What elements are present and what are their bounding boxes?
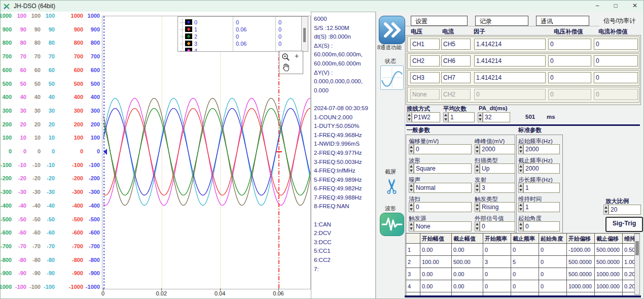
power-current-field[interactable]: CH7 xyxy=(441,72,471,83)
power-voltage-field[interactable]: CH3 xyxy=(410,72,440,83)
spin-up-icon[interactable] xyxy=(410,184,413,187)
sweep-data-cell[interactable]: 3 xyxy=(483,256,511,268)
sig-trig-button[interactable]: Sig-Trig xyxy=(605,217,643,232)
zoom-plus-label[interactable]: + xyxy=(295,52,299,60)
spin-up-icon[interactable] xyxy=(408,114,411,116)
spin-down-icon[interactable] xyxy=(519,189,522,191)
sweep-data-cell[interactable]: 0 xyxy=(511,268,539,280)
spin-down-icon[interactable] xyxy=(519,227,522,230)
plot-legend[interactable]: ◆000◆10.060◆200◆30.060◆4 xyxy=(177,16,308,52)
spin-arrows[interactable] xyxy=(409,144,414,154)
pa-dt-spinner-value[interactable]: 32 xyxy=(483,112,510,122)
legend-row[interactable]: ◆000 xyxy=(178,19,308,26)
spin-arrows[interactable] xyxy=(409,202,414,212)
power-factor-field[interactable]: 1.414214 xyxy=(474,55,546,67)
general-param-spinner[interactable]: 0 xyxy=(409,144,472,154)
general-param-spinner-value[interactable]: 0 xyxy=(414,202,472,212)
sweep-data-cell[interactable]: 0 xyxy=(539,280,567,292)
power-c_comp-field[interactable]: 0 xyxy=(594,55,638,67)
spin-up-icon[interactable] xyxy=(519,165,522,168)
pa-dt-spinner[interactable]: 32 xyxy=(478,112,510,122)
general-param-spinner-value[interactable]: Normal xyxy=(414,183,472,193)
spin-arrows[interactable] xyxy=(409,183,414,193)
spin-up-icon[interactable] xyxy=(476,223,479,225)
spin-down-icon[interactable] xyxy=(476,227,479,230)
spin-up-icon[interactable] xyxy=(444,114,447,116)
general-param-spinner[interactable]: Square xyxy=(409,163,472,174)
power-v_comp-field[interactable]: 0 xyxy=(548,55,591,67)
sweep-data-cell[interactable]: 500.0000 xyxy=(595,256,623,268)
spin-arrows[interactable] xyxy=(475,183,480,193)
sweep-scroll-thumb[interactable] xyxy=(635,241,639,255)
tab-1[interactable]: 设置 xyxy=(411,16,468,26)
general-param-spinner-value[interactable]: 0 xyxy=(414,144,472,154)
spin-up-icon[interactable] xyxy=(410,223,413,225)
spin-arrows[interactable] xyxy=(518,202,523,212)
sweep-data-cell[interactable]: 0 xyxy=(539,244,567,256)
sine-chart-icon[interactable] xyxy=(380,65,404,90)
legend-row[interactable]: ◆10.060 xyxy=(178,26,308,33)
standard-param-spinner[interactable]: 0 xyxy=(518,221,560,231)
sweep-data-cell[interactable]: 500.0000 xyxy=(567,256,595,268)
spin-down-icon[interactable] xyxy=(410,227,413,230)
spin-arrows[interactable] xyxy=(603,205,609,215)
legend-scroll-thumb[interactable] xyxy=(303,28,306,42)
zoom-scale-spinner-value[interactable]: 20 xyxy=(609,205,641,215)
sweep-data-cell[interactable]: 0.00 xyxy=(420,280,452,292)
spin-arrows[interactable] xyxy=(478,112,483,122)
power-factor-field[interactable]: 1.414214 xyxy=(474,39,546,50)
standard-param-spinner-value[interactable]: 2000 xyxy=(523,163,560,174)
spin-up-icon[interactable] xyxy=(410,165,413,168)
spin-down-icon[interactable] xyxy=(519,150,522,153)
power-factor-field[interactable]: 1.414214 xyxy=(474,72,546,83)
general-param-spinner-value[interactable]: Square xyxy=(414,163,472,174)
sweep-data-cell[interactable]: 1000.000 xyxy=(567,280,595,292)
standard-param-spinner-value[interactable]: 2000 xyxy=(523,144,560,154)
zoom-in-icon[interactable] xyxy=(281,52,291,62)
maximize-button[interactable]: □ xyxy=(608,1,623,11)
power-voltage-field[interactable]: CH1 xyxy=(410,39,440,50)
general-param-spinner-value[interactable]: 0 xyxy=(480,221,515,231)
spin-arrows[interactable] xyxy=(518,221,523,231)
spin-arrows[interactable] xyxy=(409,163,414,174)
spin-down-icon[interactable] xyxy=(604,211,607,213)
average-count-spinner[interactable]: 1 xyxy=(443,112,475,122)
tab-4[interactable]: 信号/功率计 xyxy=(599,16,644,26)
sweep-data-cell[interactable]: 0 xyxy=(539,268,567,280)
spin-up-icon[interactable] xyxy=(519,184,522,187)
spin-up-icon[interactable] xyxy=(519,204,522,206)
sweep-data-cell[interactable]: 0 xyxy=(539,256,567,268)
sweep-data-cell[interactable]: 0 xyxy=(483,280,511,292)
power-voltage-field[interactable]: CH2 xyxy=(410,55,440,67)
general-param-spinner-value[interactable]: Up xyxy=(480,163,515,174)
sweep-data-cell[interactable]: 500.0000 xyxy=(595,244,623,256)
spin-arrows[interactable] xyxy=(475,163,480,174)
spin-arrows[interactable] xyxy=(409,221,414,231)
sweep-data-cell[interactable]: 100.00 xyxy=(420,256,452,268)
spin-arrows[interactable] xyxy=(443,112,448,122)
spin-down-icon[interactable] xyxy=(444,118,447,121)
tab-2[interactable]: 记录 xyxy=(475,16,528,26)
general-param-spinner[interactable]: 0 xyxy=(475,221,515,231)
standard-param-spinner[interactable]: 2000 xyxy=(518,144,560,154)
spin-arrows[interactable] xyxy=(475,202,480,212)
general-param-spinner[interactable]: 3 xyxy=(475,183,515,193)
power-c_comp-field[interactable]: 0 xyxy=(594,72,638,83)
spin-arrows[interactable] xyxy=(518,144,523,154)
scissors-icon[interactable]: ✂ xyxy=(381,176,403,197)
sweep-data-cell[interactable]: 1000.000 xyxy=(595,268,623,280)
spin-down-icon[interactable] xyxy=(410,208,413,211)
wave-icon[interactable] xyxy=(380,213,404,236)
power-current-field[interactable]: CH6 xyxy=(441,55,471,67)
close-button[interactable]: ✕ xyxy=(627,1,642,11)
spin-up-icon[interactable] xyxy=(476,184,479,187)
standard-param-spinner[interactable]: 1 xyxy=(518,202,560,212)
spin-down-icon[interactable] xyxy=(476,189,479,191)
general-param-spinner[interactable]: Up xyxy=(475,163,515,174)
sweep-data-cell[interactable]: 0.00 xyxy=(420,268,452,280)
spin-up-icon[interactable] xyxy=(476,146,479,148)
spin-up-icon[interactable] xyxy=(604,206,607,209)
spin-down-icon[interactable] xyxy=(476,170,479,172)
sweep-data-cell[interactable]: 0.00 xyxy=(452,268,483,280)
power-v_comp-field[interactable]: 0 xyxy=(548,72,591,83)
